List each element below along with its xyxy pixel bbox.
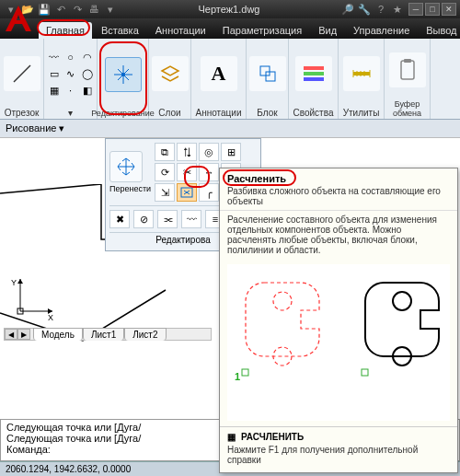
- panel-layers-label: Слои: [158, 108, 180, 118]
- tb-key-icon[interactable]: 🔧: [357, 2, 372, 17]
- svg-point-17: [273, 347, 292, 366]
- tooltip-subtitle: Разбивка сложного объекта на составляющи…: [220, 186, 457, 210]
- tooltip-command: ▦ РАСЧЛЕНИТЬ: [227, 432, 450, 442]
- explode-icon[interactable]: [177, 183, 197, 202]
- erase-icon[interactable]: ✖: [109, 210, 130, 228]
- svg-rect-7: [353, 72, 370, 75]
- panel-edit-label: Редактирование: [91, 109, 155, 118]
- tooltip-f1-hint: Нажмите F1 для получения дополнительной …: [227, 445, 450, 465]
- draw-tools-grid: 〰 ○ ◠ ▭ ∿ ◯ ▦ · ◧: [47, 50, 95, 98]
- tab-output[interactable]: Вывод: [419, 22, 460, 39]
- trim-icon[interactable]: ✂: [177, 163, 197, 181]
- point-icon[interactable]: ·: [63, 83, 78, 98]
- circle-icon[interactable]: ○: [63, 50, 78, 64]
- qat-redo-icon[interactable]: ↷: [70, 2, 85, 17]
- offset-icon[interactable]: ◎: [199, 143, 219, 161]
- join-icon[interactable]: ⫘: [157, 210, 178, 228]
- qat-save-icon[interactable]: 💾: [37, 2, 52, 17]
- ribbon-tabs: Главная Вставка Аннотации Параметризация…: [0, 18, 460, 39]
- tb-binoculars-icon[interactable]: 🔎: [340, 2, 355, 17]
- svg-rect-4: [304, 66, 324, 70]
- svg-rect-22: [362, 369, 368, 376]
- panel-util-label: Утилиты: [343, 108, 380, 118]
- props-button[interactable]: [295, 56, 332, 91]
- ribbon: Отрезок 〰 ○ ◠ ▭ ∿ ◯ ▦ · ◧ ▾ Редактирован…: [0, 39, 460, 120]
- svg-text:X: X: [48, 313, 53, 320]
- polyline-icon[interactable]: 〰: [47, 50, 62, 64]
- tab-insert[interactable]: Вставка: [94, 22, 146, 39]
- rotate-icon[interactable]: ⟳: [155, 163, 175, 181]
- break-icon[interactable]: ⊘: [133, 210, 154, 228]
- svg-point-1: [121, 73, 125, 76]
- line-button[interactable]: [4, 56, 40, 91]
- maximize-button[interactable]: □: [425, 3, 440, 16]
- panel-block-label: Блок: [257, 108, 277, 118]
- arc-icon[interactable]: ◠: [80, 50, 95, 64]
- scroll-left-icon[interactable]: ◀: [5, 329, 17, 340]
- window-title: Чертеж1.dwg: [121, 4, 337, 15]
- tb-star-icon[interactable]: ★: [390, 2, 405, 17]
- svg-rect-3: [266, 72, 275, 81]
- annot-button[interactable]: A: [201, 56, 237, 91]
- panel-props-label: Свойства: [293, 108, 334, 118]
- region-icon[interactable]: ◧: [80, 83, 95, 98]
- panel-clip-label: Буфер обмена: [389, 99, 425, 118]
- stretch-icon[interactable]: ⇲: [155, 183, 175, 202]
- svg-line-0: [14, 65, 30, 82]
- panel-annot-label: Аннотации: [196, 108, 242, 118]
- close-button[interactable]: ✕: [442, 3, 456, 16]
- extend-icon[interactable]: ↔: [199, 163, 219, 181]
- qat-undo-icon[interactable]: ↶: [53, 2, 68, 17]
- title-bar: ▾ 📂 💾 ↶ ↷ 🖶 ▾ Чертеж1.dwg 🔎 🔧 ? ★ ─ □ ✕: [0, 0, 460, 18]
- rect-icon[interactable]: ▭: [47, 66, 62, 81]
- tab-layout1[interactable]: Лист1: [83, 328, 124, 341]
- panel-draw-dd[interactable]: ▾: [68, 108, 73, 118]
- tab-home[interactable]: Главная: [39, 22, 92, 39]
- tb-help-icon[interactable]: ?: [374, 2, 388, 17]
- hatch-icon[interactable]: ▦: [47, 83, 62, 98]
- svg-rect-5: [304, 72, 324, 75]
- svg-text:Y: Y: [11, 278, 17, 287]
- scroll-right-icon[interactable]: ▶: [17, 329, 30, 340]
- tooltip-title: Расчленить: [220, 168, 457, 186]
- block-button[interactable]: [249, 56, 286, 91]
- svg-point-20: [393, 292, 411, 310]
- svg-rect-8: [401, 61, 414, 79]
- spline-icon[interactable]: ∿: [63, 66, 78, 81]
- ucs-icon: X Y: [11, 274, 57, 320]
- coords-readout: 2060.1294, 1942.6632, 0.0000: [6, 464, 131, 474]
- svg-rect-6: [304, 77, 324, 81]
- tab-layout2[interactable]: Лист2: [124, 328, 166, 341]
- fillet-icon[interactable]: ╭: [199, 183, 219, 202]
- svg-rect-18: [242, 369, 248, 376]
- array-icon[interactable]: ⊞: [221, 143, 241, 161]
- layers-button[interactable]: [152, 56, 189, 91]
- command-icon: ▦: [227, 432, 236, 442]
- layout-tabs: Модель Лист1 Лист2: [33, 328, 167, 341]
- qat-drop-icon[interactable]: ▾: [103, 2, 118, 17]
- minimize-button[interactable]: ─: [408, 3, 423, 16]
- tab-annot[interactable]: Аннотации: [148, 22, 213, 39]
- panel-segment-label: Отрезок: [5, 108, 40, 118]
- edit-button[interactable]: [105, 57, 142, 92]
- tooltip-desc: Расчленение составного объекта для измен…: [220, 210, 457, 259]
- tab-manage[interactable]: Управление: [346, 22, 417, 39]
- tooltip: Расчленить Разбивка сложного объекта на …: [219, 168, 458, 473]
- draw-bar[interactable]: Рисование ▾: [0, 120, 460, 138]
- ellipse-icon[interactable]: ◯: [80, 66, 95, 81]
- svg-rect-9: [404, 59, 411, 63]
- tab-model[interactable]: Модель: [33, 328, 83, 341]
- tab-view[interactable]: Вид: [311, 22, 344, 39]
- app-logo[interactable]: [2, 2, 35, 35]
- qat-print-icon[interactable]: 🖶: [86, 2, 101, 17]
- copy-icon[interactable]: ⧉: [155, 143, 175, 161]
- svg-point-16: [273, 292, 292, 310]
- util-button[interactable]: [343, 56, 380, 91]
- tab-param[interactable]: Параметризация: [215, 22, 309, 39]
- svg-rect-2: [260, 66, 270, 75]
- mirror-icon[interactable]: ⮁: [177, 143, 197, 161]
- move-button[interactable]: [109, 151, 143, 182]
- tooltip-illustration: 1: [227, 264, 450, 421]
- edit-pline-icon[interactable]: 〰: [181, 210, 201, 228]
- clipboard-button[interactable]: [389, 52, 426, 87]
